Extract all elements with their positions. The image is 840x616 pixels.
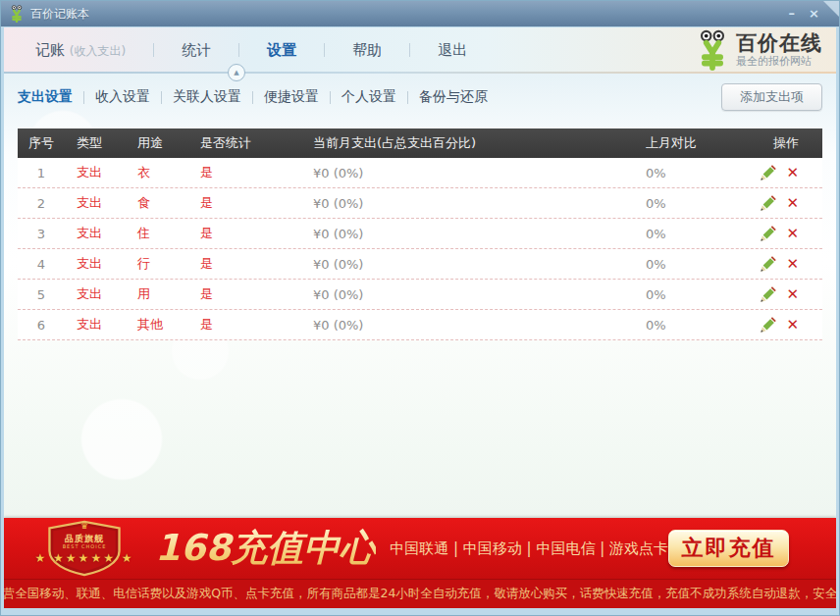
tab-bookkeeping-suffix: (收入支出) — [70, 44, 126, 58]
subnav-separator — [330, 91, 331, 104]
subnav-separator — [252, 91, 253, 104]
col-header-counted: 是否统计 — [188, 134, 300, 152]
brand-logo[interactable]: 百价在线 最全的报价网站 — [695, 29, 822, 71]
badge-stars: ★ ★★★★★ ★ — [24, 551, 145, 565]
subnav-backup-restore[interactable]: 备份与还原 — [419, 88, 488, 106]
banner-title: 168充值中心 — [155, 524, 376, 573]
nav-separator — [238, 43, 239, 57]
delete-x-icon[interactable]: ✕ — [786, 257, 799, 272]
tab-bookkeeping[interactable]: 记账 (收入支出) — [31, 41, 130, 60]
active-tab-marker: ▲ — [228, 64, 245, 81]
cell-usage: 住 — [126, 225, 188, 242]
cell-no: 4 — [18, 257, 65, 272]
app-window: 百价记账本 – × 记账 (收入支出) 统计 设置 帮助 退出 ▲ — [0, 0, 840, 616]
app-yen-mascot-icon — [9, 5, 25, 23]
cell-no: 5 — [18, 287, 65, 302]
badge-subtitle: BEST CHOICE — [37, 543, 131, 549]
table-row: 5 支出 用 是 ¥0 (0%) 0% ✕ — [18, 280, 822, 310]
tab-statistics[interactable]: 统计 — [178, 41, 215, 60]
cell-usage: 衣 — [126, 164, 188, 181]
subnav-expense-settings[interactable]: 支出设置 — [18, 88, 73, 106]
cell-last-month: 0% — [620, 257, 758, 272]
cell-type: 支出 — [65, 164, 126, 181]
cell-usage: 其他 — [126, 316, 188, 334]
tab-settings[interactable]: 设置 — [263, 41, 300, 60]
cell-last-month: 0% — [620, 227, 758, 241]
cell-current-month: ¥0 (0%) — [300, 227, 620, 241]
cell-counted: 是 — [188, 285, 300, 303]
cell-counted: 是 — [188, 316, 300, 334]
brand-tagline: 最全的报价网站 — [736, 54, 822, 69]
col-header-no: 序号 — [18, 134, 65, 152]
cell-current-month: ¥0 (0%) — [300, 257, 620, 272]
cell-last-month: 0% — [620, 166, 758, 180]
settings-subnav: 支出设置 收入设置 关联人设置 便捷设置 个人设置 备份与还原 添加支出项 — [4, 73, 836, 122]
nav-separator — [324, 43, 325, 57]
subnav-personal-settings[interactable]: 个人设置 — [341, 88, 396, 106]
expense-settings-table: 序号 类型 用途 是否统计 当前月支出(占总支出百分比) 上月对比 操作 1 支… — [18, 128, 822, 340]
cell-no: 6 — [18, 318, 65, 333]
cell-counted: 是 — [188, 164, 300, 181]
table-row: 3 支出 住 是 ¥0 (0%) 0% ✕ — [18, 219, 822, 249]
col-header-type: 类型 — [65, 134, 126, 152]
minimize-button[interactable]: – — [789, 6, 796, 22]
main-panel: 记账 (收入支出) 统计 设置 帮助 退出 ▲ — [4, 27, 836, 608]
edit-pencil-icon[interactable] — [760, 226, 776, 242]
edit-pencil-icon[interactable] — [760, 195, 776, 212]
badge-crown-icon: ♛ — [37, 521, 131, 531]
cell-no: 1 — [18, 166, 65, 180]
cell-last-month: 0% — [620, 196, 758, 211]
subnav-income-settings[interactable]: 收入设置 — [95, 88, 150, 106]
tab-help[interactable]: 帮助 — [348, 41, 386, 60]
window-title: 百价记账本 — [30, 6, 89, 23]
recharge-ad-banner: ♛ 品质旗舰 BEST CHOICE ★ ★★★★★ ★ 168充值中心 中国联… — [4, 518, 836, 608]
edit-pencil-icon[interactable] — [760, 256, 776, 273]
edit-pencil-icon[interactable] — [760, 286, 776, 303]
close-button[interactable]: × — [809, 6, 819, 22]
cell-current-month: ¥0 (0%) — [300, 166, 620, 180]
delete-x-icon[interactable]: ✕ — [786, 287, 799, 302]
nav-separator — [409, 43, 410, 57]
nav-separator — [153, 43, 154, 57]
tab-exit[interactable]: 退出 — [434, 41, 471, 60]
main-nav: 记账 (收入支出) 统计 设置 帮助 退出 ▲ — [4, 27, 836, 73]
yen-mascot-icon — [695, 29, 730, 71]
cell-type: 支出 — [65, 316, 126, 334]
cell-counted: 是 — [188, 194, 300, 212]
table-row: 1 支出 衣 是 ¥0 (0%) 0% ✕ — [18, 158, 822, 188]
subnav-shortcut-settings[interactable]: 便捷设置 — [264, 88, 319, 106]
cell-usage: 行 — [126, 255, 188, 273]
table-header-row: 序号 类型 用途 是否统计 当前月支出(占总支出百分比) 上月对比 操作 — [18, 128, 822, 158]
cell-type: 支出 — [65, 225, 126, 242]
cell-type: 支出 — [65, 285, 126, 303]
cell-current-month: ¥0 (0%) — [300, 318, 620, 333]
subnav-separator — [161, 91, 162, 104]
recharge-now-button[interactable]: 立即充值 — [668, 530, 789, 567]
cell-no: 2 — [18, 196, 65, 211]
col-header-usage: 用途 — [126, 134, 188, 152]
delete-x-icon[interactable]: ✕ — [786, 166, 799, 180]
delete-x-icon[interactable]: ✕ — [786, 196, 799, 211]
subnav-separator — [407, 91, 408, 104]
cell-last-month: 0% — [620, 318, 758, 333]
table-row: 4 支出 行 是 ¥0 (0%) 0% ✕ — [18, 249, 822, 280]
cell-type: 支出 — [65, 194, 126, 212]
table-row: 6 支出 其他 是 ¥0 (0%) 0% ✕ — [18, 310, 822, 340]
col-header-current-month: 当前月支出(占总支出百分比) — [300, 134, 620, 152]
cell-current-month: ¥0 (0%) — [300, 196, 620, 211]
banner-carriers: 中国联通 | 中国移动 | 中国电信 | 游戏点卡 — [390, 539, 668, 558]
subnav-contact-settings[interactable]: 关联人设置 — [173, 88, 241, 106]
banner-disclaimer: 本店经营全国移动、联通、电信话费以及游戏Q币、点卡充值，所有商品都是24小时全自… — [4, 586, 836, 602]
edit-pencil-icon[interactable] — [760, 165, 776, 181]
cell-current-month: ¥0 (0%) — [300, 287, 620, 302]
add-expense-item-button[interactable]: 添加支出项 — [721, 83, 822, 111]
cell-usage: 食 — [126, 194, 188, 212]
delete-x-icon[interactable]: ✕ — [786, 318, 799, 333]
cell-last-month: 0% — [620, 287, 758, 302]
delete-x-icon[interactable]: ✕ — [786, 227, 799, 241]
edit-pencil-icon[interactable] — [760, 317, 776, 334]
col-header-operations: 操作 — [758, 134, 822, 152]
cell-counted: 是 — [188, 225, 300, 242]
subnav-separator — [83, 91, 84, 104]
table-body: 1 支出 衣 是 ¥0 (0%) 0% ✕ 2 — [18, 158, 822, 340]
